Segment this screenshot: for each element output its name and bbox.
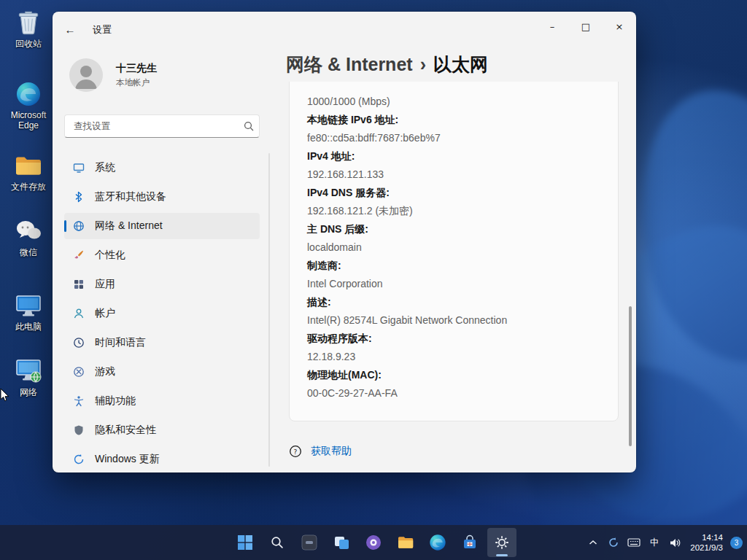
get-help-row[interactable]: ? 获取帮助	[289, 445, 352, 458]
touch-keyboard-icon	[627, 537, 640, 548]
svg-text:?: ?	[294, 448, 298, 456]
taskbar-app-purple[interactable]	[359, 528, 388, 557]
search-input[interactable]	[65, 121, 239, 131]
sidebar-item-label: 蓝牙和其他设备	[95, 190, 166, 203]
property-pair: 描述: Intel(R) 82574L Gigabit Network Conn…	[307, 293, 600, 330]
desktop-icon-edge[interactable]: Microsoft Edge	[4, 80, 53, 131]
content-area: 1000/1000 (Mbps) 本地链接 IPv6 地址: fe80::cd5…	[271, 82, 636, 472]
settings-search-box[interactable]	[64, 114, 260, 138]
sidebar-item-windows-update[interactable]: Windows 更新	[64, 446, 260, 472]
property-pair: IPv4 DNS 服务器: 192.168.121.2 (未加密)	[307, 184, 600, 220]
edge-button[interactable]	[423, 528, 452, 557]
settings-nav: 系统 蓝牙和其他设备 网络 & Internet 个性化	[64, 155, 260, 472]
ime-mode-text: 中	[650, 537, 659, 549]
property-value: 192.168.121.2 (未加密)	[307, 202, 511, 220]
clock-icon	[73, 337, 85, 349]
sidebar-item-label: 系统	[95, 161, 115, 174]
sidebar-item-bluetooth-devices[interactable]: 蓝牙和其他设备	[64, 184, 260, 210]
windows-logo-icon	[237, 534, 253, 551]
chevron-up-icon	[589, 540, 597, 545]
window-title: 设置	[93, 23, 112, 36]
desktop-icon-network[interactable]: 网络	[4, 357, 53, 397]
desktop-icon-wechat[interactable]: 微信	[4, 217, 53, 257]
tray-chevron-up[interactable]	[584, 529, 603, 556]
sidebar-item-system[interactable]: 系统	[64, 155, 260, 181]
accessibility-icon	[73, 395, 85, 407]
property-label: 本地链接 IPv6 地址:	[307, 111, 600, 129]
sidebar-item-label: 隐私和安全性	[95, 424, 156, 437]
clock-date: 2021/9/3	[690, 542, 723, 553]
volume-button[interactable]	[665, 529, 684, 556]
sync-arrows-icon	[608, 537, 619, 548]
ime-indicator[interactable]: 中	[645, 529, 664, 556]
desktop: 回收站 Microsoft Edge 文件存放	[0, 0, 747, 560]
taskbar-app-dark[interactable]	[295, 528, 324, 557]
desktop-icon-this-pc[interactable]: 此电脑	[4, 292, 53, 332]
breadcrumb-parent[interactable]: 网络 & Internet	[286, 54, 413, 74]
sidebar-item-privacy-security[interactable]: 隐私和安全性	[64, 417, 260, 443]
settings-app-button[interactable]	[487, 528, 516, 557]
back-button[interactable]: ←	[58, 18, 82, 41]
dark-app-icon	[301, 534, 318, 551]
notification-badge[interactable]: 3	[730, 537, 743, 549]
property-value: localdomain	[307, 238, 511, 257]
get-help-link[interactable]: 获取帮助	[311, 445, 352, 458]
taskbar: 中 14:14 2021/9/3 3	[0, 525, 747, 560]
start-button[interactable]	[231, 528, 260, 557]
taskbar-center-icons	[231, 528, 516, 557]
sidebar-item-gaming[interactable]: 游戏	[64, 359, 260, 385]
tray-keyboard-icon[interactable]	[624, 529, 643, 556]
sidebar-item-label: 应用	[95, 278, 115, 291]
taskbar-clock[interactable]: 14:14 2021/9/3	[686, 532, 727, 553]
sidebar-item-label: 游戏	[95, 365, 115, 378]
search-icon	[239, 121, 259, 131]
clock-time: 14:14	[690, 532, 723, 542]
task-view-icon	[333, 534, 350, 551]
sidebar-item-personalization[interactable]: 个性化	[64, 242, 260, 268]
globe-icon	[73, 220, 85, 232]
bluetooth-icon	[73, 191, 85, 203]
desktop-icon-label: 文件存放	[4, 182, 53, 192]
property-label: 驱动程序版本:	[307, 330, 600, 348]
property-label: IPv4 DNS 服务器:	[307, 184, 600, 202]
profile-name: 十三先生	[116, 62, 157, 75]
property-pair: 物理地址(MAC): 00-0C-29-27-AA-FA	[307, 366, 600, 402]
page-title: 以太网	[433, 54, 488, 74]
sidebar-item-network-internet[interactable]: 网络 & Internet	[64, 213, 260, 239]
search-button[interactable]	[263, 528, 292, 557]
maximize-button[interactable]: □	[569, 12, 603, 41]
desktop-icon-recycle-bin[interactable]: 回收站	[4, 9, 53, 49]
property-pair: 主 DNS 后缀: localdomain	[307, 220, 600, 257]
titlebar[interactable]: ← 设置 – □ ×	[53, 12, 636, 47]
property-value: 192.168.121.133	[307, 166, 511, 184]
tray-sync-icon[interactable]	[604, 529, 623, 556]
sidebar-item-time-language[interactable]: 时间和语言	[64, 330, 260, 356]
person-icon	[73, 308, 85, 319]
user-profile[interactable]: 十三先生 本地帐户	[69, 58, 157, 92]
close-button[interactable]: ×	[603, 12, 636, 41]
system-tray: 中 14:14 2021/9/3 3	[584, 525, 743, 560]
avatar	[69, 58, 103, 92]
folder-icon	[4, 152, 53, 179]
sidebar-item-accessibility[interactable]: 辅助功能	[64, 388, 260, 414]
task-view-button[interactable]	[327, 528, 356, 557]
sidebar-item-accounts[interactable]: 帐户	[64, 300, 260, 327]
property-label: IPv4 地址:	[307, 147, 600, 166]
edge-icon	[429, 534, 446, 551]
content-scrollbar[interactable]	[629, 306, 632, 446]
store-icon	[461, 534, 479, 551]
sidebar-item-apps[interactable]: 应用	[64, 271, 260, 298]
system-icon	[73, 162, 85, 174]
sidebar-scrollbar[interactable]	[268, 153, 270, 467]
property-pair: 本地链接 IPv6 地址: fe80::cd5a:bdff:7687:b6eb%…	[307, 111, 600, 147]
property-label: 制造商:	[307, 257, 600, 275]
file-explorer-button[interactable]	[391, 528, 420, 557]
sidebar-item-label: 网络 & Internet	[95, 219, 163, 233]
property-value: Intel Corporation	[307, 275, 511, 293]
wechat-icon	[4, 217, 53, 245]
store-button[interactable]	[455, 528, 484, 557]
minimize-button[interactable]: –	[535, 12, 569, 41]
search-icon	[270, 535, 285, 550]
desktop-icon-folder[interactable]: 文件存放	[4, 152, 53, 192]
gear-icon	[494, 534, 510, 551]
